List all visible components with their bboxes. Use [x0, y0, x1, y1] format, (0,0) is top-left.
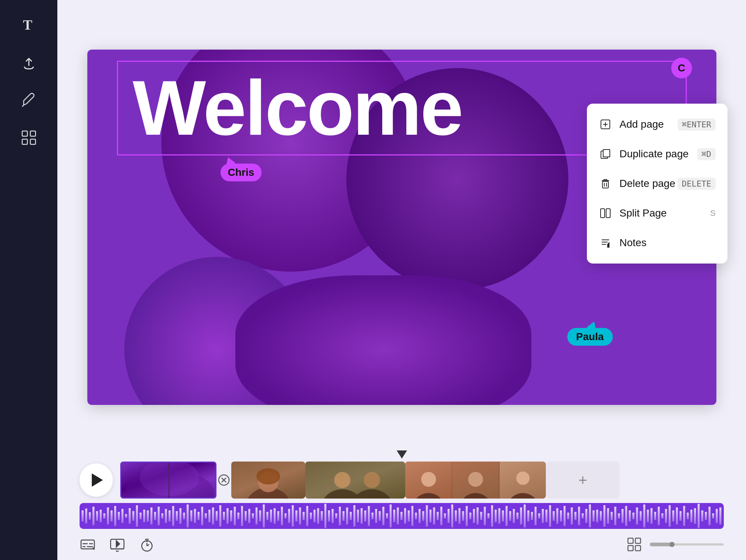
- play-button[interactable]: [80, 463, 113, 497]
- svg-rect-106: [361, 508, 363, 524]
- svg-rect-150: [520, 507, 522, 524]
- clip-3[interactable]: [305, 462, 405, 499]
- svg-rect-66: [216, 511, 218, 521]
- svg-rect-209: [628, 538, 633, 543]
- svg-rect-178: [622, 509, 624, 523]
- svg-rect-54: [172, 506, 174, 526]
- notes-label: Notes: [619, 237, 646, 249]
- svg-rect-131: [451, 504, 453, 527]
- svg-rect-135: [466, 506, 468, 526]
- svg-rect-29: [81, 510, 83, 522]
- svg-rect-46: [143, 510, 145, 522]
- bottom-toolbar: [57, 529, 746, 560]
- svg-rect-173: [604, 505, 605, 527]
- svg-rect-116: [397, 507, 399, 524]
- svg-rect-175: [611, 512, 612, 520]
- timer-icon[interactable]: [139, 536, 155, 553]
- svg-rect-205: [719, 507, 721, 524]
- svg-point-17: [256, 468, 280, 484]
- svg-rect-120: [411, 506, 413, 526]
- menu-item-delete-page[interactable]: Delete page DELETE: [587, 169, 727, 198]
- svg-rect-59: [190, 510, 192, 522]
- bg-shape-4: [235, 275, 531, 405]
- menu-item-notes[interactable]: Notes: [587, 228, 727, 258]
- svg-rect-122: [419, 509, 420, 523]
- svg-rect-182: [636, 507, 638, 524]
- svg-rect-115: [393, 510, 395, 522]
- svg-rect-179: [625, 506, 627, 526]
- svg-rect-190: [665, 509, 667, 523]
- delete-page-shortcut: DELETE: [678, 178, 716, 190]
- text-icon[interactable]: T: [19, 15, 38, 34]
- add-page-label: Add page: [619, 118, 664, 130]
- svg-rect-88: [295, 510, 297, 522]
- svg-rect-40: [121, 509, 123, 523]
- svg-rect-57: [183, 513, 185, 519]
- svg-rect-176: [614, 507, 616, 525]
- upload-icon[interactable]: [19, 53, 38, 72]
- svg-rect-112: [382, 507, 384, 525]
- svg-rect-109: [372, 513, 373, 519]
- svg-rect-185: [647, 510, 649, 522]
- svg-point-24: [421, 472, 436, 487]
- svg-rect-128: [440, 507, 442, 525]
- svg-rect-165: [574, 512, 576, 520]
- grid-view-button[interactable]: [626, 536, 642, 553]
- add-clip-button[interactable]: +: [546, 462, 620, 499]
- add-page-shortcut: ⌘ENTER: [678, 118, 716, 131]
- svg-rect-198: [694, 508, 696, 524]
- svg-rect-60: [194, 509, 196, 523]
- svg-rect-4: [30, 139, 36, 144]
- svg-rect-194: [679, 511, 681, 521]
- svg-rect-181: [632, 513, 634, 519]
- svg-rect-75: [248, 509, 250, 523]
- svg-rect-157: [545, 510, 547, 522]
- playhead-container: [80, 450, 724, 459]
- svg-rect-37: [111, 510, 112, 522]
- subtitles-icon[interactable]: [80, 536, 96, 553]
- svg-rect-36: [107, 507, 109, 524]
- zoom-slider[interactable]: [650, 543, 724, 546]
- split-page-shortcut: S: [710, 208, 716, 218]
- clip-1[interactable]: [120, 462, 216, 499]
- clip-2[interactable]: [231, 462, 305, 499]
- svg-rect-87: [292, 505, 293, 527]
- clips-container: +: [120, 462, 724, 499]
- split-page-label: Split Page: [619, 207, 667, 219]
- duplicate-page-icon: [599, 147, 612, 161]
- svg-rect-107: [364, 510, 366, 522]
- cursor-paula: Paula: [567, 321, 613, 346]
- svg-rect-108: [368, 506, 370, 526]
- grid-icon[interactable]: [19, 128, 38, 147]
- svg-rect-125: [430, 510, 431, 522]
- svg-rect-65: [212, 507, 214, 524]
- svg-rect-117: [400, 512, 402, 520]
- svg-rect-164: [571, 507, 573, 524]
- svg-rect-154: [535, 507, 537, 525]
- svg-rect-43: [132, 511, 134, 521]
- svg-rect-166: [578, 507, 580, 525]
- delete-page-icon: [599, 177, 612, 190]
- context-menu: Add page ⌘ENTER Duplicate page ⌘D: [587, 104, 727, 264]
- svg-rect-212: [635, 546, 641, 551]
- svg-rect-144: [498, 508, 500, 524]
- svg-rect-151: [524, 504, 525, 527]
- clip-transition[interactable]: [216, 462, 231, 499]
- preview-icon[interactable]: [109, 536, 125, 553]
- svg-rect-78: [259, 510, 261, 522]
- clip-4[interactable]: [405, 462, 546, 499]
- draw-icon[interactable]: [19, 90, 38, 110]
- menu-item-add-page[interactable]: Add page ⌘ENTER: [587, 110, 727, 139]
- menu-item-duplicate-page[interactable]: Duplicate page ⌘D: [587, 139, 727, 169]
- svg-rect-180: [629, 510, 631, 522]
- svg-point-26: [468, 472, 483, 487]
- svg-rect-92: [310, 513, 312, 519]
- svg-rect-74: [245, 511, 246, 521]
- svg-rect-123: [422, 511, 424, 521]
- svg-rect-168: [585, 509, 587, 523]
- sidebar: T: [0, 0, 57, 560]
- svg-rect-149: [517, 513, 518, 519]
- svg-rect-111: [379, 511, 380, 521]
- cursor-label-paula: Paula: [567, 328, 613, 346]
- menu-item-split-page[interactable]: Split Page S: [587, 198, 727, 228]
